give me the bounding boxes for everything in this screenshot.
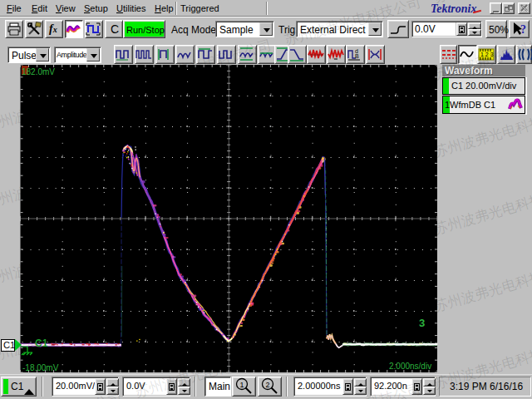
svg-text:2: 2 bbox=[266, 381, 270, 389]
svg-text:1: 1 bbox=[240, 381, 244, 389]
